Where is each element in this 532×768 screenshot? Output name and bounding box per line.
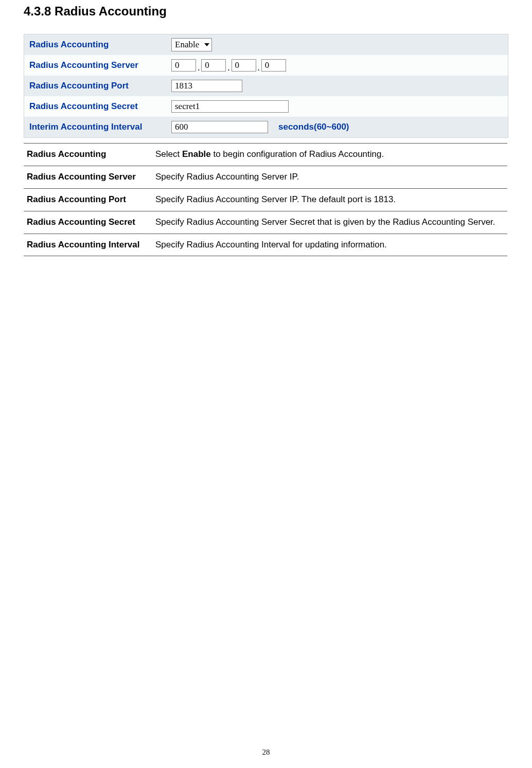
ip-dot: .: [256, 63, 261, 73]
desc-val: Specify Radius Accounting Server IP.: [152, 166, 507, 188]
desc-val: Specify Radius Accounting Server Secret …: [152, 211, 507, 234]
desc-val: Select Enable to begin configuration of …: [152, 144, 507, 166]
row-radius-accounting-port: Radius Accounting Port 1813: [24, 76, 508, 96]
ip-octet-1[interactable]: 0: [171, 59, 196, 72]
desc-val: Specify Radius Accounting Interval for u…: [152, 234, 507, 256]
desc-row: Radius Accounting Select Enable to begin…: [24, 144, 507, 166]
interim-accounting-interval-input[interactable]: 600: [171, 121, 268, 133]
desc-key: Radius Accounting Port: [24, 188, 152, 211]
desc-key: Radius Accounting: [24, 144, 152, 166]
ip-octet-3[interactable]: 0: [232, 59, 256, 72]
label-interim-accounting-interval: Interim Accounting Interval: [24, 122, 162, 132]
row-radius-accounting-server: Radius Accounting Server 0 . 0 . 0 . 0: [24, 55, 508, 76]
radius-accounting-select[interactable]: Enable: [171, 38, 212, 51]
select-value: Enable: [175, 40, 199, 50]
label-radius-accounting-secret: Radius Accounting Secret: [24, 101, 162, 112]
page-number: 28: [0, 748, 532, 757]
row-radius-accounting: Radius Accounting Enable: [24, 34, 508, 55]
desc-val: Specify Radius Accounting Server IP. The…: [152, 188, 507, 211]
desc-row: Radius Accounting Interval Specify Radiu…: [24, 234, 507, 256]
radius-accounting-secret-input[interactable]: secret1: [171, 100, 289, 113]
section-heading: 4.3.8 Radius Accounting: [24, 4, 508, 19]
desc-key: Radius Accounting Interval: [24, 234, 152, 256]
row-radius-accounting-secret: Radius Accounting Secret secret1: [24, 96, 508, 117]
label-radius-accounting-server: Radius Accounting Server: [24, 60, 162, 70]
description-table: Radius Accounting Select Enable to begin…: [24, 143, 507, 256]
desc-key: Radius Accounting Server: [24, 166, 152, 188]
ip-dot: .: [226, 63, 231, 73]
config-panel: Radius Accounting Enable Radius Accounti…: [24, 34, 508, 138]
ip-octet-4[interactable]: 0: [261, 59, 286, 72]
ip-dot: .: [196, 63, 201, 73]
desc-row: Radius Accounting Secret Specify Radius …: [24, 211, 507, 234]
label-radius-accounting-port: Radius Accounting Port: [24, 81, 162, 91]
desc-key: Radius Accounting Secret: [24, 211, 152, 234]
ip-octet-2[interactable]: 0: [201, 59, 226, 72]
chevron-down-icon: [204, 43, 209, 46]
label-radius-accounting: Radius Accounting: [24, 40, 162, 50]
desc-row: Radius Accounting Port Specify Radius Ac…: [24, 188, 507, 211]
radius-accounting-port-input[interactable]: 1813: [171, 80, 242, 92]
desc-row: Radius Accounting Server Specify Radius …: [24, 166, 507, 188]
row-interim-accounting-interval: Interim Accounting Interval 600 seconds(…: [24, 117, 508, 137]
interval-suffix: seconds(60~600): [278, 122, 349, 132]
